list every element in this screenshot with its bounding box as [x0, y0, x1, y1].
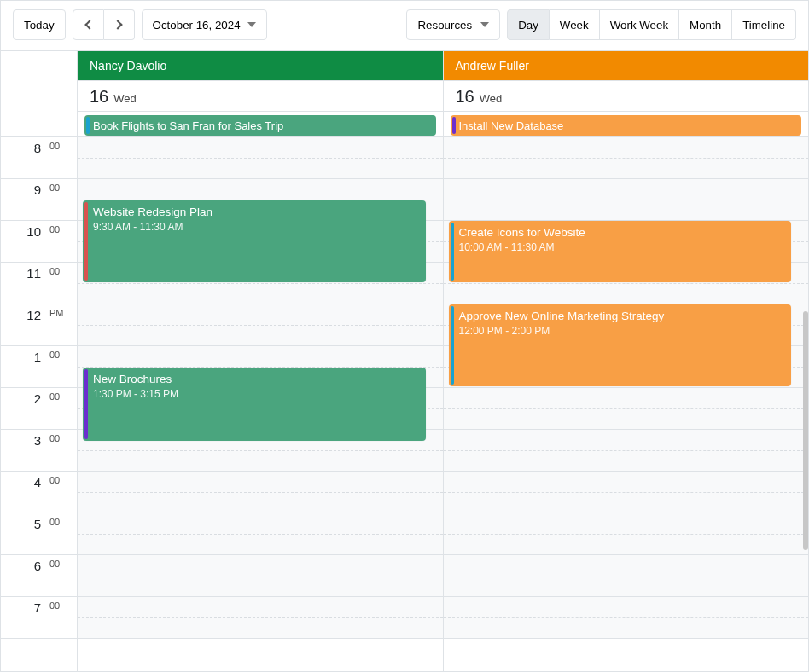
time-slot: 700	[1, 597, 77, 639]
hour-cell[interactable]	[444, 137, 809, 179]
calendar-event[interactable]: Website Redesign Plan9:30 AM - 11:30 AM	[83, 200, 426, 282]
hour-label: 5	[1, 513, 48, 554]
hour-cell[interactable]	[78, 137, 443, 179]
event-time: 12:00 PM - 2:00 PM	[459, 325, 785, 337]
time-slot: 500	[1, 513, 77, 555]
event-time: 1:30 PM - 3:15 PM	[93, 388, 419, 400]
calendar-event[interactable]: Approve New Online Marketing Strategy12:…	[449, 304, 792, 386]
minute-label: 00	[48, 388, 77, 429]
minute-label: 00	[48, 263, 77, 304]
caret-down-icon	[247, 22, 256, 27]
chevron-left-icon	[84, 20, 94, 29]
view-week[interactable]: Week	[550, 9, 600, 40]
scheduler-root: Today October 16, 2024 Resources Day Wee…	[0, 0, 809, 672]
hour-cell[interactable]	[444, 388, 809, 430]
hour-label: 2	[1, 388, 48, 429]
resource-name-1: Andrew Fuller	[444, 51, 809, 80]
hour-label: 6	[1, 555, 48, 596]
calendar-event[interactable]: New Brochures1:30 PM - 3:15 PM	[83, 368, 426, 441]
minute-label: 00	[48, 430, 77, 471]
date-picker-button[interactable]: October 16, 2024	[142, 9, 267, 40]
hour-label: 4	[1, 472, 48, 513]
time-slot: 1000	[1, 221, 77, 263]
event-category-bar	[84, 369, 88, 439]
view-switcher: Day Week Work Week Month Timeline	[507, 9, 796, 40]
resources-button[interactable]: Resources	[406, 9, 500, 40]
hour-cell[interactable]	[78, 513, 443, 555]
event-title: Create Icons for Website	[459, 226, 785, 240]
hour-cell[interactable]	[78, 472, 443, 513]
next-button[interactable]	[104, 9, 135, 40]
scheduler-header: Nancy Davolio 16 Wed Book Flights to San…	[1, 50, 808, 137]
date-number: 16	[90, 81, 108, 112]
time-slot: 12PM	[1, 304, 77, 346]
view-work-week[interactable]: Work Week	[600, 9, 679, 40]
hour-label: 8	[1, 137, 48, 178]
hour-label: 10	[1, 221, 48, 262]
time-slot: 100	[1, 346, 77, 388]
caret-down-icon	[480, 22, 489, 27]
date-name: Wed	[113, 84, 137, 114]
calendar-event[interactable]: Create Icons for Website10:00 AM - 11:30…	[449, 221, 792, 282]
time-slot: 800	[1, 137, 77, 179]
allday-event-title: Book Flights to San Fran for Sales Trip	[93, 119, 283, 132]
hour-label: 9	[1, 179, 48, 220]
time-slot: 200	[1, 388, 77, 430]
hour-cell[interactable]	[78, 555, 443, 597]
scrollbar-thumb[interactable]	[803, 311, 808, 550]
hour-label: 11	[1, 263, 48, 304]
minute-label: 00	[48, 137, 77, 178]
time-slot: 600	[1, 555, 77, 597]
view-timeline[interactable]: Timeline	[732, 9, 796, 40]
hour-cell[interactable]	[444, 472, 809, 513]
hour-cell[interactable]	[444, 513, 809, 555]
resource-column-header-1: Andrew Fuller 16 Wed Install New Databas…	[443, 51, 809, 136]
minute-label: 00	[48, 555, 77, 596]
today-button[interactable]: Today	[13, 9, 66, 40]
hour-cell[interactable]	[444, 597, 809, 639]
event-title: New Brochures	[93, 373, 419, 386]
resources-label: Resources	[417, 19, 472, 32]
minute-label: 00	[48, 179, 77, 220]
view-month[interactable]: Month	[679, 9, 732, 40]
allday-event-1[interactable]: Install New Database	[451, 115, 802, 136]
hour-label: 1	[1, 346, 48, 387]
allday-event-0[interactable]: Book Flights to San Fran for Sales Trip	[84, 115, 436, 136]
hour-cell[interactable]	[78, 597, 443, 639]
toolbar: Today October 16, 2024 Resources Day Wee…	[1, 1, 808, 50]
minute-label: PM	[48, 304, 77, 345]
prev-button[interactable]	[73, 9, 104, 40]
chevron-right-icon	[113, 20, 122, 29]
time-slot: 900	[1, 179, 77, 221]
header-gutter	[1, 51, 78, 136]
date-name: Wed	[480, 84, 503, 114]
nav-group	[73, 9, 135, 40]
hour-cell[interactable]	[444, 179, 809, 221]
hour-cell[interactable]	[444, 555, 809, 597]
hour-cell[interactable]	[78, 304, 443, 346]
date-label: October 16, 2024	[153, 19, 241, 32]
resource-date-1[interactable]: 16 Wed	[444, 80, 809, 111]
minute-label: 00	[48, 221, 77, 262]
event-title: Approve New Online Marketing Strategy	[459, 310, 785, 323]
date-number: 16	[456, 81, 474, 112]
view-day[interactable]: Day	[507, 9, 550, 40]
scheduler-body: 8009001000110012PM100200300400500600700 …	[1, 137, 808, 671]
minute-label: 00	[48, 346, 77, 387]
hour-cell[interactable]	[444, 430, 809, 472]
resource-column-0[interactable]: Website Redesign Plan9:30 AM - 11:30 AMN…	[78, 137, 443, 671]
hour-label: 7	[1, 597, 48, 638]
allday-row-1[interactable]: Install New Database	[444, 111, 809, 136]
event-time: 9:30 AM - 11:30 AM	[93, 221, 419, 233]
minute-label: 00	[48, 472, 77, 513]
time-slot: 300	[1, 430, 77, 472]
allday-row-0[interactable]: Book Flights to San Fran for Sales Trip	[78, 111, 443, 136]
time-slot: 400	[1, 472, 77, 513]
hour-label: 12	[1, 304, 48, 345]
scheduler-content: Website Redesign Plan9:30 AM - 11:30 AMN…	[78, 137, 808, 671]
resource-name-0: Nancy Davolio	[78, 51, 443, 80]
allday-event-title: Install New Database	[459, 119, 564, 132]
resource-date-0[interactable]: 16 Wed	[78, 80, 443, 111]
hour-label: 3	[1, 430, 48, 471]
resource-column-1[interactable]: Create Icons for Website10:00 AM - 11:30…	[443, 137, 809, 671]
